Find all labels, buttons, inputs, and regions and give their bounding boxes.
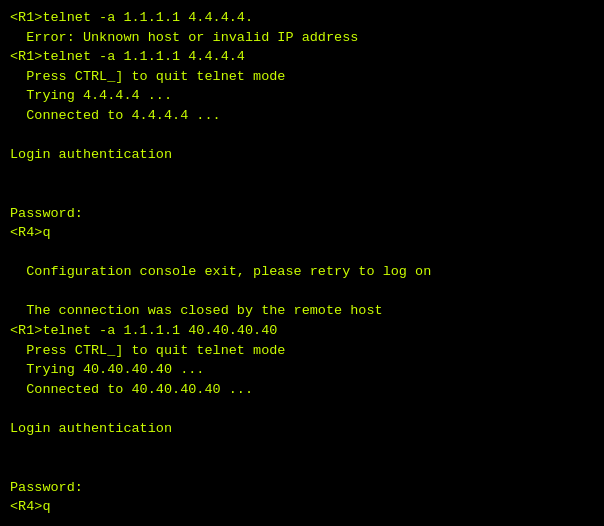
terminal-line: Press CTRL_] to quit telnet mode — [10, 67, 594, 87]
terminal-empty-line — [10, 165, 594, 185]
terminal-line: Login authentication — [10, 419, 594, 439]
terminal-empty-line — [10, 184, 594, 204]
terminal-window[interactable]: <R1>telnet -a 1.1.1.1 4.4.4.4. Error: Un… — [0, 0, 604, 526]
terminal-line: Trying 40.40.40.40 ... — [10, 360, 594, 380]
terminal-empty-line — [10, 243, 594, 263]
terminal-line: Connected to 4.4.4.4 ... — [10, 106, 594, 126]
terminal-line: <R4>q — [10, 223, 594, 243]
terminal-empty-line — [10, 125, 594, 145]
terminal-line: Trying 4.4.4.4 ... — [10, 86, 594, 106]
terminal-line: <R4>q — [10, 497, 594, 517]
terminal-line: The connection was closed by the remote … — [10, 301, 594, 321]
terminal-line: Press CTRL_] to quit telnet mode — [10, 341, 594, 361]
terminal-empty-line — [10, 282, 594, 302]
terminal-line: <R1>telnet -a 1.1.1.1 40.40.40.40 — [10, 321, 594, 341]
terminal-line: Configuration console exit, please retry… — [10, 262, 594, 282]
terminal-empty-line — [10, 438, 594, 458]
terminal-empty-line — [10, 399, 594, 419]
terminal-line: <R1>telnet -a 1.1.1.1 4.4.4.4 — [10, 47, 594, 67]
terminal-line: Error: Unknown host or invalid IP addres… — [10, 28, 594, 48]
terminal-line: Login authentication — [10, 145, 594, 165]
terminal-line: <R1>telnet -a 1.1.1.1 4.4.4.4. — [10, 8, 594, 28]
terminal-line: Connected to 40.40.40.40 ... — [10, 380, 594, 400]
terminal-line: Password: — [10, 204, 594, 224]
terminal-line: Password: — [10, 478, 594, 498]
terminal-empty-line — [10, 458, 594, 478]
